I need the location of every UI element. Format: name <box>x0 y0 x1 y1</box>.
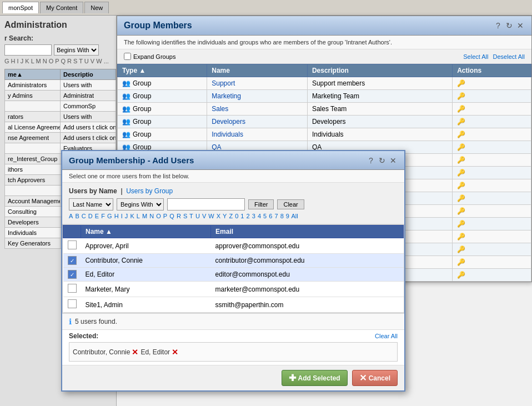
filter-value-input[interactable] <box>167 198 245 210</box>
chip-remove[interactable]: ✕ <box>132 348 138 357</box>
tab-mycontent[interactable]: My Content <box>40 2 83 13</box>
checkbox[interactable] <box>68 299 77 308</box>
table-row[interactable]: Site1, Admin ssmith@paperthin.com <box>63 297 404 313</box>
table-row[interactable]: ✓ Contributor, Connie contributor@common… <box>63 254 404 268</box>
action-icon[interactable]: 🔑 <box>457 79 465 87</box>
deselect-all-link[interactable]: Deselect All <box>493 53 525 60</box>
action-icon[interactable]: 🔑 <box>457 194 465 202</box>
action-icon[interactable]: 🔑 <box>457 258 465 266</box>
action-icon[interactable]: 🔑 <box>457 182 465 189</box>
table-row[interactable]: Marketer, Mary marketer@commonspot.edu <box>63 282 404 297</box>
alpha-x[interactable]: X <box>217 213 220 219</box>
expand-groups-checkbox-label[interactable]: Expand Groups <box>124 53 175 60</box>
list-item[interactable]: CommonSp <box>5 101 116 112</box>
alpha-a[interactable]: A <box>69 213 73 219</box>
checkbox[interactable]: ✓ <box>68 270 77 279</box>
alpha-6[interactable]: 6 <box>269 213 272 219</box>
alpha-r[interactable]: R <box>177 213 181 219</box>
row-name[interactable]: Developers <box>207 116 308 128</box>
add-users-refresh-icon[interactable]: ↻ <box>378 156 387 165</box>
action-icon[interactable]: 🔑 <box>457 271 465 279</box>
list-item[interactable]: rators Users with <box>5 112 116 122</box>
alpha-0[interactable]: 0 <box>235 213 238 219</box>
alpha-s[interactable]: S <box>183 213 187 219</box>
action-icon[interactable]: 🔑 <box>457 233 465 240</box>
action-icon[interactable]: 🔑 <box>457 105 465 113</box>
alpha-3[interactable]: 3 <box>252 213 255 219</box>
alpha-w[interactable]: W <box>208 213 214 219</box>
row-name[interactable]: Support <box>207 77 308 90</box>
filter-button[interactable]: Filter <box>248 199 274 209</box>
checkbox[interactable] <box>68 240 77 249</box>
alpha-all[interactable]: All <box>291 213 298 219</box>
action-icon[interactable]: 🔑 <box>457 92 465 100</box>
alpha-n[interactable]: N <box>149 213 154 219</box>
alpha-p[interactable]: P <box>163 213 167 219</box>
alpha-4[interactable]: 4 <box>258 213 261 219</box>
action-icon[interactable]: 🔑 <box>457 220 465 228</box>
tab-monspot[interactable]: monSpot <box>2 2 39 13</box>
user-check-cell[interactable] <box>63 238 81 254</box>
row-name[interactable]: Marketing <box>207 90 308 103</box>
checkbox[interactable] <box>68 284 77 293</box>
table-row[interactable]: Approver, April approver@commonspot.edu <box>63 238 404 254</box>
chip-remove[interactable]: ✕ <box>172 348 178 357</box>
action-icon[interactable]: 🔑 <box>457 131 465 138</box>
alpha-g[interactable]: G <box>107 213 112 219</box>
alpha-9[interactable]: 9 <box>286 213 289 219</box>
alpha-i[interactable]: I <box>121 213 123 219</box>
row-name[interactable]: Individuals <box>207 128 308 141</box>
alpha-t[interactable]: T <box>189 213 193 219</box>
alpha-q[interactable]: Q <box>169 213 174 219</box>
alpha-b[interactable]: B <box>75 213 79 219</box>
user-check-cell[interactable] <box>63 282 81 297</box>
action-icon[interactable]: 🔑 <box>457 207 465 215</box>
select-all-link[interactable]: Select All <box>463 53 488 60</box>
filter-field2-select[interactable]: Begins With Contains Ends With <box>117 198 164 210</box>
alpha-y[interactable]: Y <box>223 213 227 219</box>
close-icon[interactable]: ✕ <box>516 21 525 30</box>
row-name[interactable]: Sales <box>207 103 308 116</box>
alpha-d[interactable]: D <box>88 213 93 219</box>
alpha-7[interactable]: 7 <box>274 213 278 219</box>
user-check-cell[interactable]: ✓ <box>63 268 81 282</box>
alpha-f[interactable]: F <box>101 213 105 219</box>
alpha-1[interactable]: 1 <box>240 213 244 219</box>
list-item[interactable]: nse Agreement Add users t click on th <box>5 133 116 143</box>
user-check-cell[interactable]: ✓ <box>63 254 81 268</box>
list-item[interactable]: y Admins Administrat <box>5 91 116 101</box>
add-users-close-icon[interactable]: ✕ <box>389 156 398 165</box>
search-filter-select[interactable]: Begins With <box>54 44 99 56</box>
alpha-k[interactable]: K <box>130 213 134 219</box>
add-users-help-icon[interactable]: ? <box>367 156 375 165</box>
alpha-c[interactable]: C <box>82 213 86 219</box>
alpha-e[interactable]: E <box>95 213 99 219</box>
alpha-z[interactable]: Z <box>229 213 233 219</box>
clear-all-link[interactable]: Clear All <box>375 333 398 339</box>
list-item[interactable]: al License Agreement Add users t click o… <box>5 122 116 133</box>
alpha-l[interactable]: L <box>137 213 140 219</box>
alpha-8[interactable]: 8 <box>280 213 284 219</box>
table-row[interactable]: ✓ Ed, Editor editor@commonspot.edu <box>63 268 404 282</box>
users-by-group-link[interactable]: Users by Group <box>126 187 173 195</box>
clear-button[interactable]: Clear <box>277 199 304 209</box>
alpha-u[interactable]: U <box>195 213 200 219</box>
alpha-o[interactable]: O <box>156 213 161 219</box>
user-check-cell[interactable] <box>63 297 81 313</box>
action-icon[interactable]: 🔑 <box>457 143 465 151</box>
action-icon[interactable]: 🔑 <box>457 245 465 253</box>
alpha-v[interactable]: V <box>202 213 206 219</box>
alpha-2[interactable]: 2 <box>247 213 250 219</box>
alpha-j[interactable]: J <box>125 213 128 219</box>
action-icon[interactable]: 🔑 <box>457 169 465 177</box>
action-icon[interactable]: 🔑 <box>457 118 465 126</box>
help-icon[interactable]: ? <box>494 21 503 30</box>
alpha-h[interactable]: H <box>114 213 119 219</box>
list-item[interactable]: Administrators Users with <box>5 80 116 91</box>
search-input[interactable] <box>4 44 52 56</box>
cancel-button[interactable]: ✕ Cancel <box>352 370 398 386</box>
action-icon[interactable]: 🔑 <box>457 156 465 164</box>
alpha-5[interactable]: 5 <box>263 213 267 219</box>
add-selected-button[interactable]: ✚ Add Selected <box>282 370 348 386</box>
refresh-icon[interactable]: ↻ <box>505 21 514 30</box>
